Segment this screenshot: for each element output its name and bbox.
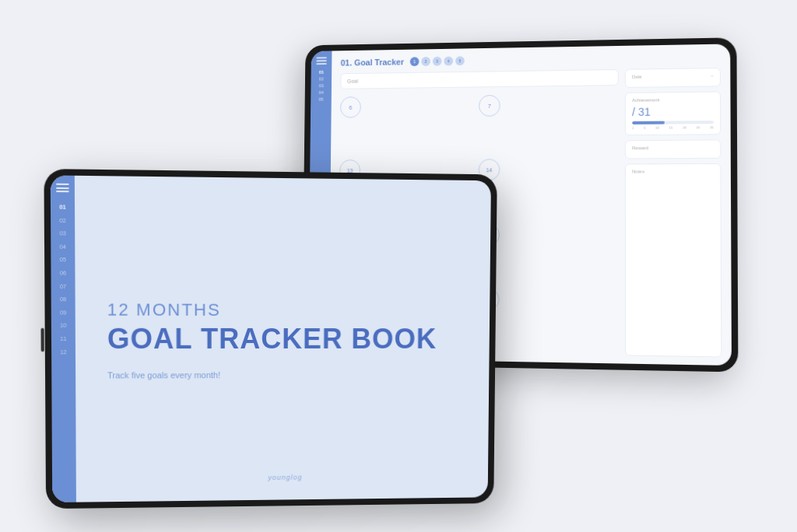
front-brand: younglog [268,474,302,481]
reward-label: Reward [632,145,714,151]
back-sidebar-item-1[interactable]: 01 [319,70,324,75]
achievement-card: Achievement / 31 1 5 10 15 20 [625,91,721,135]
back-tab-1[interactable]: 1 [410,57,420,66]
progress-label-10: 10 [655,126,659,130]
date-card: Date – [625,68,721,88]
notes-card: Notes [625,163,722,358]
progress-label-15: 15 [669,126,673,130]
progress-label-1: 1 [632,126,634,130]
date-label: Date [632,75,642,79]
back-tab-3[interactable]: 3 [433,57,442,66]
back-tab-2[interactable]: 2 [421,57,430,66]
back-sidebar-item-3[interactable]: 03 [319,83,324,88]
achievement-value: / 31 [632,105,714,118]
achievement-progress-bar [632,121,714,124]
back-sidebar-item-2[interactable]: 02 [319,77,324,82]
back-page-title: 01. Goal Tracker [341,58,404,68]
tablet-front: 01 02 03 04 05 06 07 08 09 10 11 12 12 M… [44,169,497,509]
front-sidebar-item-6[interactable]: 06 [60,268,66,278]
scene: 01 02 03 04 05 01. Goal Tracker 1 2 3 4 … [48,25,749,507]
front-subtitle: Track five goals every month! [107,369,459,380]
front-sidebar-item-9[interactable]: 09 [60,308,66,318]
front-sidebar-item-7[interactable]: 07 [60,282,66,292]
front-sidebar: 01 02 03 04 05 06 07 08 09 10 11 12 [51,175,76,502]
front-menu-icon [56,184,69,194]
back-sidebar-item-4[interactable]: 04 [318,90,323,95]
front-sidebar-item-1[interactable]: 01 [59,202,65,212]
front-sidebar-item-5[interactable]: 05 [60,255,66,265]
front-main: 12 MONTHS GOAL TRACKER BOOK Track five g… [75,176,491,502]
back-right-panel: Date – Achievement / 31 [625,68,722,357]
back-menu-icon [316,57,326,65]
front-sidebar-item-3[interactable]: 03 [60,229,66,239]
goal-field[interactable]: Goal [340,69,618,89]
progress-label-5: 5 [644,126,645,130]
progress-label-31: 31 [710,125,714,129]
progress-label-20: 20 [683,125,686,129]
front-sidebar-item-4[interactable]: 04 [60,242,66,252]
back-sidebar-item-5[interactable]: 05 [318,97,323,102]
front-sidebar-item-12[interactable]: 12 [60,348,66,358]
progress-label-25: 25 [697,125,700,129]
back-tab-5[interactable]: 5 [455,56,465,65]
front-months-label: 12 MONTHS [107,300,460,321]
date-dash: – [711,73,713,78]
front-sidebar-item-10[interactable]: 10 [60,321,66,331]
progress-labels: 1 5 10 15 20 25 31 [632,125,714,130]
front-page-title: GOAL TRACKER BOOK [107,324,459,355]
back-tab-4[interactable]: 4 [444,57,453,66]
front-sidebar-item-8[interactable]: 08 [60,295,66,305]
front-sidebar-item-2[interactable]: 02 [60,215,66,226]
back-tabs: 1 2 3 4 5 [410,56,465,66]
back-header: 01. Goal Tracker 1 2 3 4 5 [341,52,721,68]
front-sidebar-item-11[interactable]: 11 [60,334,66,345]
day-7: 7 [479,95,500,117]
notes-label: Notes [632,169,714,173]
achievement-progress-fill [632,121,665,124]
reward-card: Reward [625,139,721,159]
achievement-label: Achievement [632,97,714,103]
day-6: 6 [340,96,361,118]
